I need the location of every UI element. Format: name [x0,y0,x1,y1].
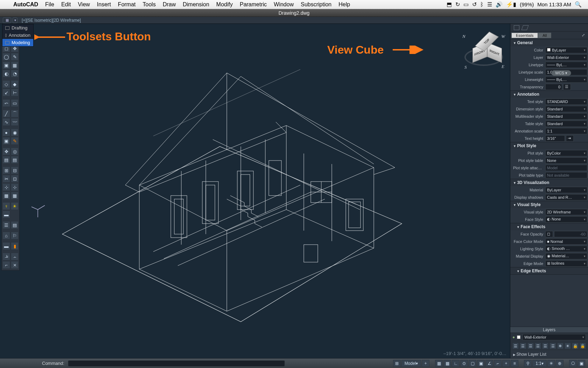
section-facefx[interactable]: Face Effects [510,223,588,230]
sb-annoauto[interactable]: ⊕ [556,360,564,367]
section-visualstyle[interactable]: Visual Style [510,201,588,208]
tool-cube-b[interactable]: ▦ [11,61,19,69]
tool-globe[interactable]: ◔ [11,70,19,77]
battery-icon[interactable]: ⚡▮ [506,1,516,8]
tool-eraser[interactable]: ◇ [2,80,10,88]
tool-leftarrow[interactable]: ↙ [2,89,10,96]
tool-bar[interactable]: ▬ [2,242,10,250]
tool-light[interactable]: ♀ [2,202,10,210]
timemachine-icon[interactable]: ↺ [472,1,477,8]
sb-plus[interactable]: ＋ [422,360,429,367]
tool-brush[interactable]: ✎ [11,53,19,61]
tool-tag[interactable]: ▮ [11,242,19,250]
tool-move[interactable]: ✥ [2,148,10,155]
tool-wave[interactable]: 〰 [11,118,19,126]
val-dimstyle[interactable]: Standard▾ [545,106,587,112]
val-tablestyle[interactable]: Standard▾ [545,121,587,127]
section-general[interactable]: General [510,39,588,46]
menu-modify[interactable]: Modify [213,1,236,8]
sb-anno[interactable]: ⚲ [524,360,532,367]
menu-dimension[interactable]: Dimension [179,1,213,8]
tool-house[interactable]: ⌂ [2,232,10,239]
val-plottable[interactable]: None▾ [545,157,587,164]
tool-axes[interactable]: ⨯ [11,261,19,269]
toolsets-button[interactable]: ▦ [3,18,11,23]
tool-sphere2[interactable]: ◉ [11,129,19,136]
menu-parametric[interactable]: Parametric [236,1,270,8]
tool-sphere[interactable]: ◐ [2,70,10,77]
sb-grid-icon[interactable]: ⊞ [393,360,401,367]
tool-section[interactable]: ⊡ [11,175,19,183]
tool-list[interactable]: ☰ [2,221,10,229]
spotlight-icon[interactable]: 🔍 [575,1,582,8]
sb-snap[interactable]: ▦ [435,360,443,367]
menu-file[interactable]: File [42,1,58,8]
tool-extrude[interactable]: ▣ [2,137,10,145]
wcs-badge[interactable]: WCS ▾ [551,70,571,76]
tool-ring[interactable]: ◎ [11,148,19,155]
sb-lwt[interactable]: ≡ [511,360,518,367]
menu-window[interactable]: Window [270,1,297,8]
tool-cube-a[interactable]: ▣ [2,61,10,69]
layer-tool-7[interactable]: ❄ [557,343,564,349]
sync-icon[interactable]: ↻ [455,1,460,8]
tool-sun[interactable]: ☀ [11,202,19,210]
tool-slab[interactable]: ▬ [2,211,10,218]
val-annoscale[interactable]: 1:1▾ [545,128,587,134]
tool-rect[interactable]: ▭ [11,99,19,107]
layer-tool-6[interactable]: ☰ [550,343,556,349]
layer-tool-9[interactable]: 🔒 [572,343,578,349]
tool-cylinder[interactable]: ◯ [2,53,10,61]
layer-tool-1[interactable]: ☰ [512,343,519,349]
command-input[interactable] [68,360,285,367]
faceopacity-toggle[interactable]: ◻ [545,231,553,237]
section-3dviz[interactable]: 3D Visualization [510,179,588,186]
layer-tool-3[interactable]: ☰ [527,343,534,349]
val-mlstyle[interactable]: Standard▾ [545,113,587,120]
app-name[interactable]: AutoCAD [10,1,42,8]
layer-tool-10[interactable]: 🔓 [580,343,586,349]
panel-icon-a[interactable] [514,25,519,30]
val-material[interactable]: ByLayer▾ [545,187,587,193]
sb-ducs[interactable]: ⌐ [494,360,502,367]
layer-tool-2[interactable]: ☰ [520,343,526,349]
tool-circle[interactable]: ● [2,129,10,136]
layer-vis-icon[interactable]: ● [512,335,515,340]
val-lweight[interactable]: ─── ByL…▾ [545,76,587,83]
sb-ortho[interactable]: ∟ [452,360,460,367]
tool-copy[interactable]: ▤ [11,156,19,164]
val-textheight[interactable]: 3/16" [545,135,565,142]
tool-line[interactable]: ╱ [2,110,10,117]
tool-grid[interactable]: ▦ [2,192,10,199]
toolset-drafting[interactable]: Drafting [2,24,33,32]
menu-format[interactable]: Format [114,1,139,8]
menu-edit[interactable]: Edit [58,1,75,8]
val-plotstyle[interactable]: ByColor▾ [545,150,587,156]
tool-flag[interactable]: ⚐ [11,232,19,239]
val-transp[interactable]: 0 [545,84,562,90]
tool-graph[interactable]: ⫠ [11,253,19,260]
sb-dyn[interactable]: ＋ [502,360,510,367]
toolset-annotation[interactable]: Annotation [2,32,33,39]
display-icon[interactable]: ▭ [463,1,469,8]
show-layer-list[interactable]: Show Layer List [510,350,588,358]
tool-align[interactable]: ⫡ [2,253,10,260]
tool-undo[interactable]: ⤺ [2,99,10,107]
transp-layers-icon[interactable]: ☰ [563,84,571,90]
sb-scale[interactable]: 1:1▾ [532,360,547,367]
volume-icon[interactable]: 🔊 [496,1,503,8]
dropbox-icon[interactable]: ⬒ [447,1,452,8]
sb-annovis[interactable]: ✳ [547,360,555,367]
tool-page[interactable]: ▤ [2,156,10,164]
section-edgefx[interactable]: Edge Effects [510,267,588,274]
textheight-icon[interactable]: ⇥ [566,135,574,142]
tool-spline[interactable]: ∿ [2,118,10,126]
drawing-canvas[interactable]: FRONT RIGHT TOP N S E W –19'-1 3/4", 46'… [20,24,510,358]
tool-pattern[interactable]: ▦ [11,192,19,199]
val-textstyle[interactable]: STANDARD▾ [545,98,587,105]
val-lighting[interactable]: ◐ Smooth …▾ [545,246,587,252]
sb-otrack[interactable]: ∠ [485,360,493,367]
val-facestyle[interactable]: ◐ None▾ [545,216,587,223]
menu-tools[interactable]: Tools [139,1,159,8]
val-edgemode[interactable]: ⊞ Isolines▾ [545,260,587,267]
